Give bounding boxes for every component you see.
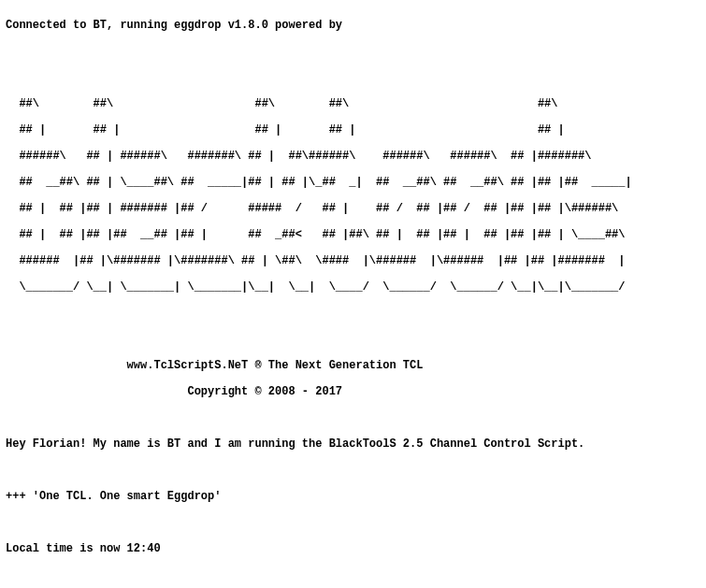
ascii-art-line: ## | ## |## |## __## |## | ## _##< ## |#…	[6, 228, 700, 241]
banner-copyright: Copyright © 2008 - 2017	[6, 385, 700, 398]
blank	[6, 411, 700, 424]
ascii-art-line: ## | ## |## | ####### |## / ##### / ## |…	[6, 202, 700, 215]
ascii-art-line: ###### |## |\####### |\#######\ ## | \##…	[6, 254, 700, 267]
connect-line: Connected to BT, running eggdrop v1.8.0 …	[6, 19, 700, 32]
ascii-art-line: \_______/ \__| \_______| \_______|\__| \…	[6, 280, 700, 294]
ascii-art-line: ## | ## | ## | ## | ## |	[6, 123, 700, 136]
banner-site: www.TclScriptS.NeT ® The Next Generation…	[6, 359, 700, 372]
greeting-line: Hey Florian! My name is BT and I am runn…	[6, 437, 700, 451]
blank	[6, 568, 700, 581]
blank	[6, 464, 700, 477]
ascii-art-line: ##\ ##\ ##\ ##\ ##\	[6, 97, 700, 110]
blank	[6, 71, 700, 84]
blank	[6, 307, 700, 320]
terminal-output: Connected to BT, running eggdrop v1.8.0 …	[0, 0, 706, 588]
ascii-art-line: ## __##\ ## | \____##\ ## _____|## | ## …	[6, 176, 700, 189]
blank	[6, 333, 700, 346]
ascii-art-line: ######\ ## | ######\ #######\ ## | ##\##…	[6, 150, 700, 163]
tagline: +++ 'One TCL. One smart Eggdrop'	[6, 490, 700, 503]
blank	[6, 45, 700, 58]
blank	[6, 516, 700, 529]
localtime-line: Local time is now 12:40	[6, 542, 700, 555]
